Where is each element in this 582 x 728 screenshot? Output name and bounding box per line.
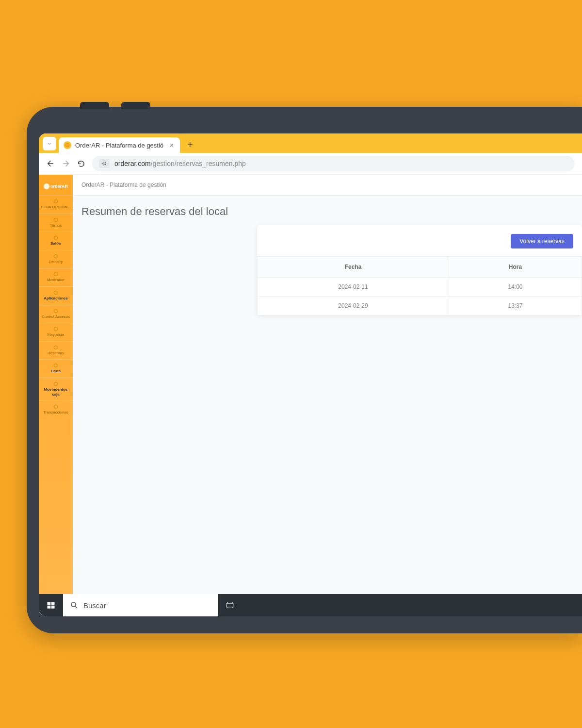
- app-sidebar: orderAR ELIJA OPCIÓN...TurnosSalónDelive…: [39, 175, 73, 616]
- logo-text: orderAR: [50, 184, 68, 189]
- sidebar-item-mayorista[interactable]: Mayorista: [39, 323, 73, 341]
- table-row: 2024-02-1114:00: [258, 278, 582, 297]
- tab-favicon-icon: [64, 141, 71, 149]
- cell-hora: 14:00: [449, 278, 582, 297]
- bullet-icon: [54, 346, 58, 349]
- sidebar-item-carta[interactable]: Carta: [39, 359, 73, 378]
- svg-rect-6: [226, 603, 233, 607]
- sidebar-item-turnos[interactable]: Turnos: [39, 214, 73, 232]
- svg-rect-2: [51, 602, 55, 605]
- tab-search-dropdown[interactable]: [43, 137, 56, 150]
- sidebar-item-label: Aplicaciones: [44, 296, 67, 301]
- table-header-hora: Hora: [449, 257, 582, 278]
- browser-tab-active[interactable]: OrderAR - Plataforma de gestió ×: [59, 137, 180, 153]
- bullet-icon: [54, 254, 58, 258]
- sidebar-item-movimientos-caja[interactable]: Movimientos caja: [39, 378, 73, 400]
- start-button[interactable]: [39, 594, 63, 616]
- svg-rect-4: [51, 606, 55, 609]
- sidebar-logo[interactable]: orderAR: [44, 183, 68, 189]
- breadcrumb: OrderAR - Plataforma de gestión: [73, 175, 582, 196]
- search-icon: [70, 601, 79, 610]
- bullet-icon: [54, 327, 58, 331]
- cell-hora: 13:37: [449, 297, 582, 315]
- sidebar-item-label: Movimientos caja: [40, 387, 72, 397]
- sidebar-item-transacciones[interactable]: Transacciones: [39, 400, 73, 419]
- back-to-reservations-button[interactable]: Volver a reservas: [511, 234, 573, 248]
- browser-url-input[interactable]: orderar.com/gestion/reservas_resumen.php: [92, 156, 575, 171]
- nav-reload-button[interactable]: [77, 160, 85, 168]
- sidebar-item-elija-opci-n-[interactable]: ELIJA OPCIÓN...: [39, 195, 73, 214]
- url-text: orderar.com/gestion/reservas_resumen.php: [114, 160, 246, 167]
- svg-rect-3: [48, 606, 51, 609]
- taskbar-search-placeholder: Buscar: [83, 601, 106, 610]
- sidebar-item-label: Turnos: [50, 223, 62, 228]
- bullet-icon: [54, 405, 58, 409]
- sidebar-item-label: ELIJA OPCIÓN...: [41, 205, 70, 210]
- tablet-device-frame: OrderAR - Plataforma de gestió × + order…: [27, 107, 582, 633]
- sidebar-item-aplicaciones[interactable]: Aplicaciones: [39, 286, 73, 305]
- bullet-icon: [54, 218, 58, 222]
- page-title: Resumen de reservas del local: [73, 196, 582, 225]
- svg-point-0: [65, 143, 69, 147]
- sidebar-item-label: Mostrador: [47, 278, 65, 282]
- sidebar-item-label: Control Accesos: [42, 314, 70, 319]
- new-tab-button[interactable]: +: [182, 139, 198, 153]
- sidebar-item-label: Reservas: [48, 351, 64, 356]
- sidebar-item-delivery[interactable]: Delivery: [39, 250, 73, 268]
- close-tab-button[interactable]: ×: [168, 141, 175, 149]
- sidebar-item-sal-n[interactable]: Salón: [39, 232, 73, 250]
- table-row: 2024-02-2913:37: [258, 297, 582, 315]
- sidebar-item-reservas[interactable]: Reservas: [39, 341, 73, 360]
- bullet-icon: [54, 199, 58, 203]
- nav-back-button[interactable]: [46, 159, 55, 168]
- app-main-area: OrderAR - Plataforma de gestión Resumen …: [73, 175, 582, 616]
- svg-rect-1: [48, 602, 51, 605]
- bullet-icon: [54, 272, 58, 276]
- svg-point-5: [71, 602, 76, 607]
- reservations-table: FechaHora 2024-02-1114:002024-02-2913:37: [257, 256, 582, 315]
- cell-fecha: 2024-02-29: [258, 297, 449, 315]
- taskbar-search-input[interactable]: Buscar: [63, 594, 218, 616]
- bullet-icon: [54, 309, 58, 313]
- bullet-icon: [54, 291, 58, 295]
- sidebar-item-mostrador[interactable]: Mostrador: [39, 268, 73, 286]
- sidebar-item-label: Transacciones: [43, 410, 68, 415]
- windows-taskbar: Buscar: [39, 594, 582, 616]
- bullet-icon: [54, 364, 58, 367]
- site-info-icon[interactable]: [99, 159, 110, 168]
- sidebar-item-control-accesos[interactable]: Control Accesos: [39, 305, 73, 323]
- cell-fecha: 2024-02-11: [258, 278, 449, 297]
- app-viewport: orderAR ELIJA OPCIÓN...TurnosSalónDelive…: [39, 175, 582, 616]
- bullet-icon: [54, 236, 58, 240]
- logo-icon: [44, 183, 49, 189]
- device-screen: OrderAR - Plataforma de gestió × + order…: [39, 133, 582, 616]
- table-header-fecha: Fecha: [258, 257, 449, 278]
- sidebar-item-label: Salón: [50, 241, 61, 246]
- sidebar-item-label: Mayorista: [48, 332, 65, 337]
- reservations-summary-card: Volver a reservas FechaHora 2024-02-1114…: [257, 225, 582, 315]
- nav-forward-button[interactable]: [62, 159, 70, 168]
- sidebar-item-label: Carta: [51, 369, 61, 374]
- taskbar-app-icon[interactable]: [218, 594, 242, 616]
- browser-address-bar: orderar.com/gestion/reservas_resumen.php: [39, 153, 582, 175]
- device-physical-buttons: [80, 102, 150, 109]
- browser-tab-title: OrderAR - Plataforma de gestió: [75, 142, 164, 149]
- bullet-icon: [54, 382, 58, 386]
- sidebar-item-label: Delivery: [49, 260, 63, 265]
- browser-tab-bar: OrderAR - Plataforma de gestió × +: [39, 133, 582, 153]
